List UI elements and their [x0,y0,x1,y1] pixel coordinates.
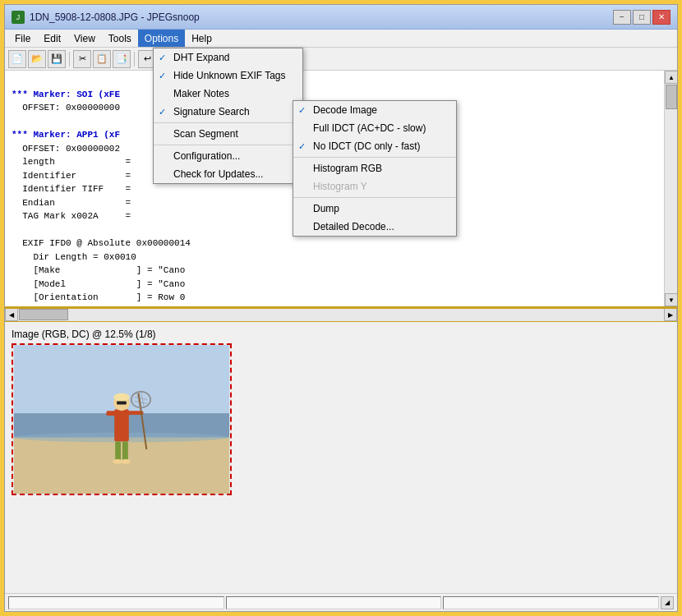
window-title: 1DN_5908-12-0808.JPG - JPEGsnoop [30,11,200,23]
menu-file[interactable]: File [8,30,37,47]
menu-signature-search[interactable]: ✓ Signature Search [154,103,302,121]
beach-scene-svg [13,345,230,494]
title-bar: J 1DN_5908-12-0808.JPG - JPEGsnoop − □ ✕ [5,5,677,30]
scroll-thumb-v[interactable] [666,85,677,109]
menu-detailed-decode[interactable]: Detailed Decode... [293,218,456,236]
menu-check-updates[interactable]: Check for Updates... [154,165,302,183]
app-icon: J [12,11,25,24]
scroll-track-h[interactable] [18,308,664,321]
toolbar-sep-2 [134,52,135,67]
image-box [12,343,232,495]
menu-help[interactable]: Help [185,30,219,47]
scroll-thumb-h[interactable] [19,309,68,320]
title-bar-left: J 1DN_5908-12-0808.JPG - JPEGsnoop [12,11,200,24]
scroll-left-btn[interactable]: ◀ [5,308,18,321]
svg-rect-9 [122,441,128,461]
options-dropdown: ✓ DHT Expand ✓ Hide Unknown EXIF Tags Ma… [153,48,303,184]
svg-point-19 [121,459,131,464]
main-window: J 1DN_5908-12-0808.JPG - JPEGsnoop − □ ✕… [4,4,678,612]
menu-configuration[interactable]: Configuration... [154,147,302,165]
svg-rect-7 [117,401,127,404]
separator-1 [154,122,302,123]
toolbar-new[interactable]: 📄 [8,50,26,68]
sub-separator-2 [293,197,456,198]
image-label: Image (RGB, DC) @ 12.5% (1/8) [12,329,670,340]
svg-rect-8 [115,441,121,461]
text-scrollbar-v[interactable]: ▲ ▼ [664,71,677,306]
menu-decode-image[interactable]: ✓ Decode Image [293,101,456,119]
check-decode-image: ✓ [298,105,306,116]
text-scrollbar-h[interactable]: ◀ ▶ [5,309,677,322]
scroll-track-v[interactable] [665,84,677,293]
minimize-button[interactable]: − [613,10,631,25]
menu-tools[interactable]: Tools [102,30,138,47]
scroll-down-btn[interactable]: ▼ [665,293,677,306]
menu-dht-expand[interactable]: ✓ DHT Expand [154,48,302,67]
check-signature: ✓ [159,107,166,117]
menu-edit[interactable]: Edit [37,30,67,47]
menu-full-idct[interactable]: Full IDCT (AC+DC - slow) [293,119,456,137]
svg-rect-4 [114,409,129,441]
toolbar-sep-1 [69,52,70,67]
menu-histogram-rgb[interactable]: Histogram RGB [293,159,456,177]
scan-submenu: ✓ Decode Image Full IDCT (AC+DC - slow) … [293,100,457,237]
status-segment-3 [443,596,659,609]
toolbar-paste[interactable]: 📑 [113,50,131,68]
menu-histogram-y: Histogram Y [293,177,456,195]
menu-bar: File Edit View Tools Options Help [5,30,677,48]
status-segment-2 [226,596,442,609]
scroll-right-btn[interactable]: ▶ [664,308,677,321]
menu-maker-notes[interactable]: Maker Notes [154,85,302,103]
status-resize-grip[interactable]: ◢ [661,596,674,609]
toolbar-copy[interactable]: 📋 [93,50,111,68]
menu-hide-unknown-exif[interactable]: ✓ Hide Unknown EXIF Tags [154,67,302,85]
svg-point-6 [113,393,130,402]
menu-dump[interactable]: Dump [293,200,456,218]
check-hide-unknown: ✓ [159,71,166,81]
menus-container: File Edit View Tools Options Help ✓ DHT … [5,30,677,48]
toolbar-open[interactable]: 📂 [28,50,46,68]
menu-options[interactable]: Options [138,30,185,47]
close-button[interactable]: ✕ [652,10,670,25]
check-no-idct: ✓ [298,141,306,152]
toolbar: 📄 📂 💾 ✂ 📋 📑 ↩ ↪ 🔍 [5,48,677,71]
image-panel: Image (RGB, DC) @ 12.5% (1/8) [5,322,677,593]
separator-2 [154,145,302,145]
title-bar-buttons: − □ ✕ [613,10,670,25]
toolbar-cut[interactable]: ✂ [73,50,91,68]
menu-view[interactable]: View [67,30,102,47]
scroll-up-btn[interactable]: ▲ [665,71,677,84]
check-dht-expand: ✓ [159,53,166,63]
maximize-button[interactable]: □ [633,10,651,25]
status-segment-1 [8,596,224,609]
status-bar: ◢ [5,593,677,611]
menu-no-idct[interactable]: ✓ No IDCT (DC only - fast) [293,137,456,155]
svg-rect-2 [14,438,229,494]
menu-scan-segment[interactable]: Scan Segment [154,125,302,143]
toolbar-save[interactable]: 💾 [48,50,66,68]
sub-separator-1 [293,157,456,158]
svg-rect-10 [106,411,116,416]
